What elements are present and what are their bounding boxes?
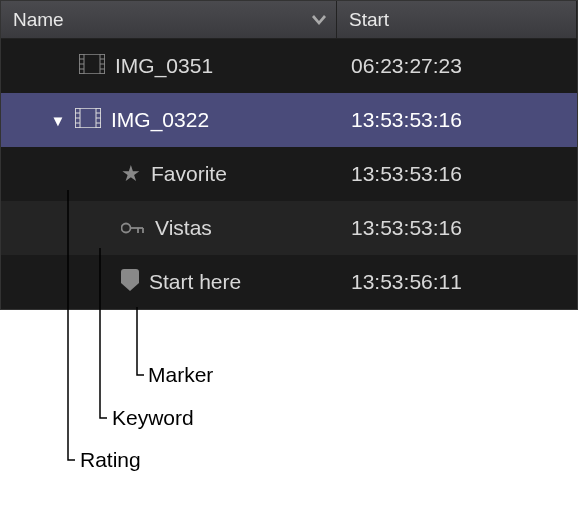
timecode-label: 13:53:53:16 (351, 216, 462, 239)
timecode-label: 13:53:53:16 (351, 162, 462, 185)
table-row[interactable]: Vistas 13:53:53:16 (1, 201, 577, 255)
cell-start: 13:53:56:11 (337, 270, 577, 294)
table-row[interactable]: IMG_0351 06:23:27:23 (1, 39, 577, 93)
table-row[interactable]: Start here 13:53:56:11 (1, 255, 577, 309)
timecode-label: 13:53:53:16 (351, 108, 462, 131)
cell-name: Start here (1, 269, 337, 296)
timecode-label: 13:53:56:11 (351, 270, 462, 293)
column-header-name[interactable]: Name (1, 1, 337, 38)
sort-indicator-icon (312, 12, 326, 28)
film-clip-icon (79, 54, 105, 79)
disclosure-triangle-icon[interactable]: ▼ (47, 112, 69, 129)
cell-start: 13:53:53:16 (337, 162, 577, 186)
cell-name: ★ Favorite (1, 161, 337, 187)
table-row[interactable]: ▼ IMG_0322 13:53:53:16 (1, 93, 577, 147)
table-row[interactable]: ★ Favorite 13:53:53:16 (1, 147, 577, 201)
clip-name-label: IMG_0351 (115, 54, 213, 78)
cell-start: 13:53:53:16 (337, 108, 577, 132)
annotation-label-keyword: Keyword (112, 406, 194, 430)
marker-label: Start here (149, 270, 241, 294)
favorite-label: Favorite (151, 162, 227, 186)
column-header-start-label: Start (349, 9, 389, 31)
column-header-name-label: Name (13, 9, 64, 31)
cell-start: 06:23:27:23 (337, 54, 577, 78)
key-icon (121, 216, 145, 240)
timecode-label: 06:23:27:23 (351, 54, 462, 77)
column-header-start[interactable]: Start (337, 1, 577, 38)
cell-name: ▼ IMG_0322 (1, 108, 337, 133)
clip-name-label: IMG_0322 (111, 108, 209, 132)
annotation-label-rating: Rating (80, 448, 141, 472)
marker-icon (121, 269, 139, 296)
clip-list-table: Name Start IMG_0351 06:23 (0, 0, 578, 310)
keyword-label: Vistas (155, 216, 212, 240)
svg-point-18 (122, 224, 131, 233)
table-header: Name Start (1, 1, 577, 39)
cell-name: IMG_0351 (1, 54, 337, 79)
film-clip-icon (75, 108, 101, 133)
cell-start: 13:53:53:16 (337, 216, 577, 240)
star-icon: ★ (121, 161, 141, 187)
cell-name: Vistas (1, 216, 337, 240)
annotation-label-marker: Marker (148, 363, 213, 387)
